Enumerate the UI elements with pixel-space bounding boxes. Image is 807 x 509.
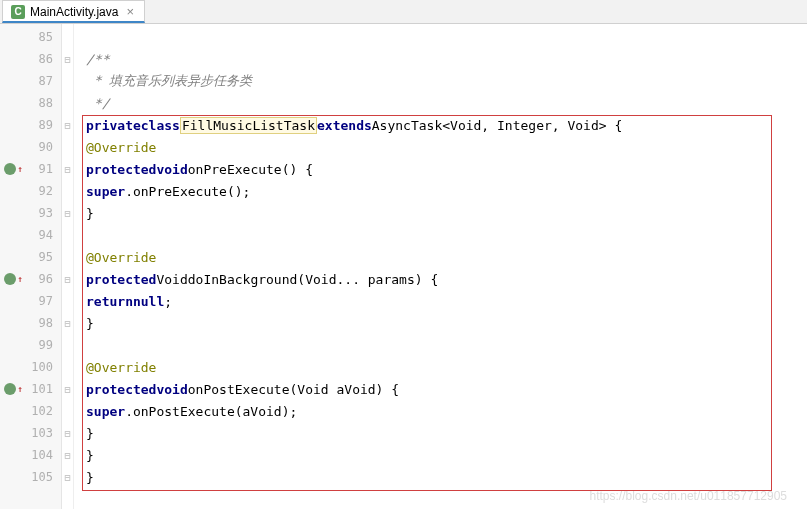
code-line: super.onPostExecute(aVoid); — [74, 400, 807, 422]
line-number: 98 — [39, 316, 53, 330]
fold-toggle[interactable]: ⊟ — [62, 378, 73, 400]
gutter-row: 92 — [0, 180, 61, 202]
gutter-row: 85 — [0, 26, 61, 48]
line-number: 102 — [31, 404, 53, 418]
gutter-row: 88 — [0, 92, 61, 114]
line-number: 104 — [31, 448, 53, 462]
code-line — [74, 334, 807, 356]
code-line — [74, 26, 807, 48]
code-line: @Override — [74, 246, 807, 268]
fold-toggle[interactable]: ⊟ — [62, 312, 73, 334]
line-number: 91 — [39, 162, 53, 176]
gutter-row: 103 — [0, 422, 61, 444]
code-line: @Override — [74, 136, 807, 158]
fold-toggle — [62, 334, 73, 356]
code-line: } — [74, 466, 807, 488]
watermark: https://blog.csdn.net/u011857712905 — [590, 489, 788, 503]
gutter-row: 105 — [0, 466, 61, 488]
fold-toggle — [62, 92, 73, 114]
line-number: 100 — [31, 360, 53, 374]
gutter-row: 95 — [0, 246, 61, 268]
tab-bar: C MainActivity.java × — [0, 0, 807, 24]
gutter-row: 89 — [0, 114, 61, 136]
gutter-row: 93 — [0, 202, 61, 224]
tab-filename: MainActivity.java — [30, 5, 118, 19]
code-line: super.onPreExecute(); — [74, 180, 807, 202]
fold-toggle[interactable]: ⊟ — [62, 114, 73, 136]
gutter-row: 102 — [0, 400, 61, 422]
gutter: 8586878889909192939495969798991001011021… — [0, 24, 62, 509]
fold-toggle — [62, 290, 73, 312]
line-number: 99 — [39, 338, 53, 352]
fold-toggle[interactable]: ⊟ — [62, 422, 73, 444]
gutter-row: 91 — [0, 158, 61, 180]
gutter-row: 90 — [0, 136, 61, 158]
gutter-row: 96 — [0, 268, 61, 290]
line-number: 88 — [39, 96, 53, 110]
fold-toggle — [62, 400, 73, 422]
line-number: 103 — [31, 426, 53, 440]
code-area[interactable]: /** * 填充音乐列表异步任务类 */ private class FillM… — [74, 24, 807, 509]
code-line: } — [74, 422, 807, 444]
line-number: 93 — [39, 206, 53, 220]
fold-toggle — [62, 180, 73, 202]
java-class-icon: C — [11, 5, 25, 19]
override-marker-icon[interactable] — [4, 383, 16, 395]
line-number: 105 — [31, 470, 53, 484]
fold-column: ⊟⊟⊟⊟⊟⊟⊟⊟⊟⊟ — [62, 24, 74, 509]
code-line: } — [74, 312, 807, 334]
fold-toggle[interactable]: ⊟ — [62, 444, 73, 466]
gutter-row: 94 — [0, 224, 61, 246]
close-icon[interactable]: × — [126, 4, 134, 19]
override-marker-icon[interactable] — [4, 163, 16, 175]
code-line: protected void onPreExecute() { — [74, 158, 807, 180]
fold-toggle — [62, 26, 73, 48]
file-tab[interactable]: C MainActivity.java × — [2, 0, 145, 23]
gutter-row: 86 — [0, 48, 61, 70]
line-number: 87 — [39, 74, 53, 88]
fold-toggle — [62, 356, 73, 378]
override-marker-icon[interactable] — [4, 273, 16, 285]
gutter-row: 87 — [0, 70, 61, 92]
fold-toggle[interactable]: ⊟ — [62, 466, 73, 488]
line-number: 96 — [39, 272, 53, 286]
gutter-row: 101 — [0, 378, 61, 400]
fold-toggle[interactable]: ⊟ — [62, 158, 73, 180]
line-number: 85 — [39, 30, 53, 44]
gutter-row: 99 — [0, 334, 61, 356]
gutter-row: 97 — [0, 290, 61, 312]
fold-toggle — [62, 224, 73, 246]
line-number: 97 — [39, 294, 53, 308]
line-number: 95 — [39, 250, 53, 264]
editor: 8586878889909192939495969798991001011021… — [0, 24, 807, 509]
code-line: @Override — [74, 356, 807, 378]
fold-toggle[interactable]: ⊟ — [62, 202, 73, 224]
code-line: protected void onPostExecute(Void aVoid)… — [74, 378, 807, 400]
code-line: } — [74, 202, 807, 224]
fold-toggle[interactable]: ⊟ — [62, 48, 73, 70]
line-number: 86 — [39, 52, 53, 66]
code-line: return null; — [74, 290, 807, 312]
fold-toggle — [62, 246, 73, 268]
line-number: 90 — [39, 140, 53, 154]
code-line: private class FillMusicListTask extends … — [74, 114, 807, 136]
line-number: 92 — [39, 184, 53, 198]
code-line: protected Void doInBackground(Void... pa… — [74, 268, 807, 290]
fold-toggle — [62, 136, 73, 158]
gutter-row: 98 — [0, 312, 61, 334]
line-number: 89 — [39, 118, 53, 132]
gutter-row: 104 — [0, 444, 61, 466]
code-line: * 填充音乐列表异步任务类 — [74, 70, 807, 92]
code-line: } — [74, 444, 807, 466]
line-number: 101 — [31, 382, 53, 396]
code-line: /** — [74, 48, 807, 70]
fold-toggle — [62, 70, 73, 92]
line-number: 94 — [39, 228, 53, 242]
code-line: */ — [74, 92, 807, 114]
code-line — [74, 224, 807, 246]
fold-toggle[interactable]: ⊟ — [62, 268, 73, 290]
gutter-row: 100 — [0, 356, 61, 378]
